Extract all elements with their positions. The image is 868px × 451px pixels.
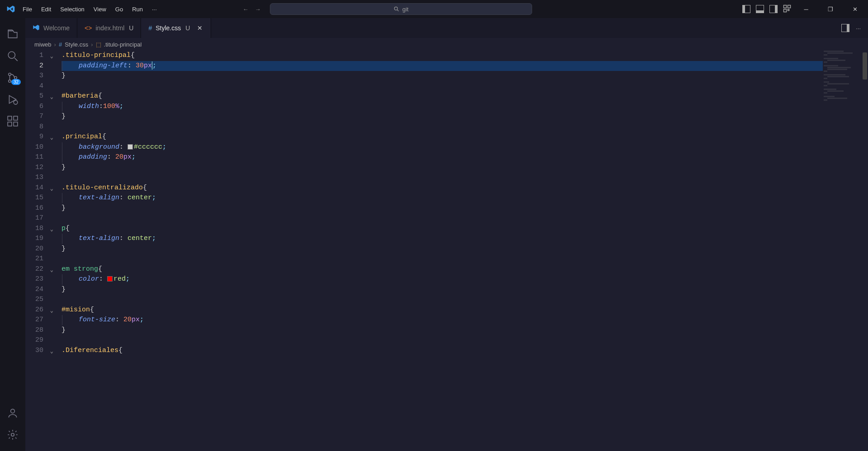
window-close-button[interactable]: ✕: [845, 2, 864, 16]
vertical-scrollbar[interactable]: [862, 51, 868, 451]
fold-chevron-icon[interactable]: ⌄: [50, 306, 53, 316]
code-line[interactable]: text-align: center;: [61, 234, 823, 244]
code-line[interactable]: p{: [61, 224, 823, 234]
code-line[interactable]: .principal{: [61, 132, 823, 142]
editor-tabs: Welcome <> index.html U # Style.css U ✕ …: [25, 18, 868, 38]
code-line[interactable]: }: [61, 203, 823, 214]
fold-chevron-icon[interactable]: ⌄: [50, 133, 53, 143]
code-line[interactable]: }: [61, 285, 823, 295]
modified-indicator: U: [185, 24, 190, 32]
code-line[interactable]: [61, 335, 823, 346]
menu-selection[interactable]: Selection: [56, 3, 89, 15]
title-bar: File Edit Selection View Go Run ··· ← → …: [0, 0, 868, 18]
svg-point-9: [9, 80, 11, 82]
activity-run-debug-icon[interactable]: [2, 89, 24, 110]
code-line[interactable]: padding-left: 30px;: [61, 61, 823, 71]
svg-point-6: [8, 52, 15, 58]
nav-forward-icon[interactable]: →: [255, 6, 261, 13]
code-line[interactable]: .titulo-principal{: [61, 51, 823, 61]
code-line[interactable]: [61, 173, 823, 183]
code-line[interactable]: }: [61, 71, 823, 81]
vscode-logo: [4, 5, 18, 14]
css-file-icon: #: [148, 24, 152, 32]
code-line[interactable]: text-align: center;: [61, 193, 823, 203]
activity-bar: 32: [0, 18, 25, 451]
activity-search-icon[interactable]: [2, 45, 24, 67]
code-line[interactable]: [61, 122, 823, 132]
svg-rect-14: [14, 122, 18, 126]
fold-chevron-icon[interactable]: ⌄: [50, 92, 53, 103]
activity-settings-icon[interactable]: [2, 424, 24, 446]
fold-chevron-icon[interactable]: ⌄: [50, 225, 53, 235]
customize-layout-icon[interactable]: [783, 5, 791, 14]
activity-extensions-icon[interactable]: [2, 110, 24, 132]
menu-bar: File Edit Selection View Go Run ···: [18, 3, 161, 15]
tab-style-css[interactable]: # Style.css U ✕: [141, 18, 211, 38]
fold-chevron-icon[interactable]: ⌄: [50, 347, 53, 357]
vscode-icon: [33, 24, 40, 33]
activity-explorer-icon[interactable]: [2, 23, 24, 45]
close-tab-icon[interactable]: ✕: [196, 23, 203, 33]
menu-run[interactable]: Run: [127, 3, 147, 15]
code-line[interactable]: }: [61, 163, 823, 173]
code-line[interactable]: #mision{: [61, 305, 823, 315]
svg-rect-15: [14, 116, 18, 120]
split-editor-icon[interactable]: [841, 24, 849, 32]
svg-rect-13: [8, 122, 12, 126]
fold-chevron-icon[interactable]: ⌄: [50, 184, 53, 194]
scm-badge: 32: [11, 79, 21, 85]
code-line[interactable]: }: [61, 244, 823, 254]
breadcrumb[interactable]: miweb › # Style.css › ⬚ .titulo-principa…: [25, 38, 868, 51]
code-line[interactable]: }: [61, 112, 823, 122]
code-line[interactable]: width:100%;: [61, 102, 823, 112]
code-editor[interactable]: 1⌄2345⌄6789⌄1011121314⌄15161718⌄19202122…: [25, 51, 868, 451]
breadcrumb-file[interactable]: Style.css: [65, 41, 88, 48]
code-content[interactable]: .titulo-principal{ padding-left: 30px;}#…: [61, 51, 823, 356]
svg-rect-3: [788, 5, 791, 8]
code-line[interactable]: [61, 295, 823, 305]
tab-welcome[interactable]: Welcome: [25, 18, 77, 38]
menu-edit[interactable]: Edit: [37, 3, 56, 15]
menu-file[interactable]: File: [18, 3, 37, 15]
fold-chevron-icon[interactable]: ⌄: [50, 265, 53, 276]
window-minimize-button[interactable]: ─: [797, 2, 816, 16]
tab-index-html[interactable]: <> index.html U: [77, 18, 141, 38]
nav-back-icon[interactable]: ←: [243, 6, 249, 13]
code-line[interactable]: [61, 254, 823, 264]
activity-source-control-icon[interactable]: 32: [2, 67, 24, 89]
code-line[interactable]: .Diferenciales{: [61, 346, 823, 356]
code-line[interactable]: #barberia{: [61, 91, 823, 102]
code-line[interactable]: color: red;: [61, 274, 823, 285]
command-center-search[interactable]: git: [270, 3, 532, 15]
line-number-gutter: 1⌄2345⌄6789⌄1011121314⌄15161718⌄19202122…: [25, 51, 58, 356]
menu-view[interactable]: View: [89, 3, 111, 15]
more-actions-icon[interactable]: ···: [856, 25, 861, 32]
code-line[interactable]: padding: 20px;: [61, 152, 823, 163]
code-line[interactable]: [61, 81, 823, 92]
search-icon: [393, 6, 400, 12]
color-swatch-icon[interactable]: [127, 144, 133, 150]
toggle-primary-sidebar-icon[interactable]: [742, 5, 750, 13]
code-line[interactable]: }: [61, 325, 823, 336]
toggle-secondary-sidebar-icon[interactable]: [769, 5, 778, 13]
breadcrumb-folder[interactable]: miweb: [34, 41, 52, 48]
code-line[interactable]: font-size: 20px;: [61, 315, 823, 325]
fold-chevron-icon[interactable]: ⌄: [50, 52, 53, 62]
tab-label: index.html: [95, 24, 124, 32]
code-line[interactable]: em strong{: [61, 264, 823, 275]
svg-point-0: [394, 7, 397, 10]
modified-indicator: U: [129, 24, 133, 32]
breadcrumb-symbol[interactable]: .titulo-principal: [104, 41, 142, 48]
toggle-panel-icon[interactable]: [756, 5, 764, 13]
window-maximize-button[interactable]: ❐: [821, 2, 840, 16]
code-line[interactable]: [61, 213, 823, 224]
menu-more[interactable]: ···: [147, 3, 161, 15]
minimap[interactable]: [824, 51, 860, 451]
svg-line-1: [397, 10, 399, 11]
menu-go[interactable]: Go: [111, 3, 127, 15]
scrollbar-thumb[interactable]: [863, 52, 867, 80]
code-line[interactable]: background: #cccccc;: [61, 142, 823, 153]
color-swatch-icon[interactable]: [107, 276, 113, 282]
code-line[interactable]: .titulo-centralizado{: [61, 183, 823, 193]
activity-accounts-icon[interactable]: [2, 402, 24, 424]
